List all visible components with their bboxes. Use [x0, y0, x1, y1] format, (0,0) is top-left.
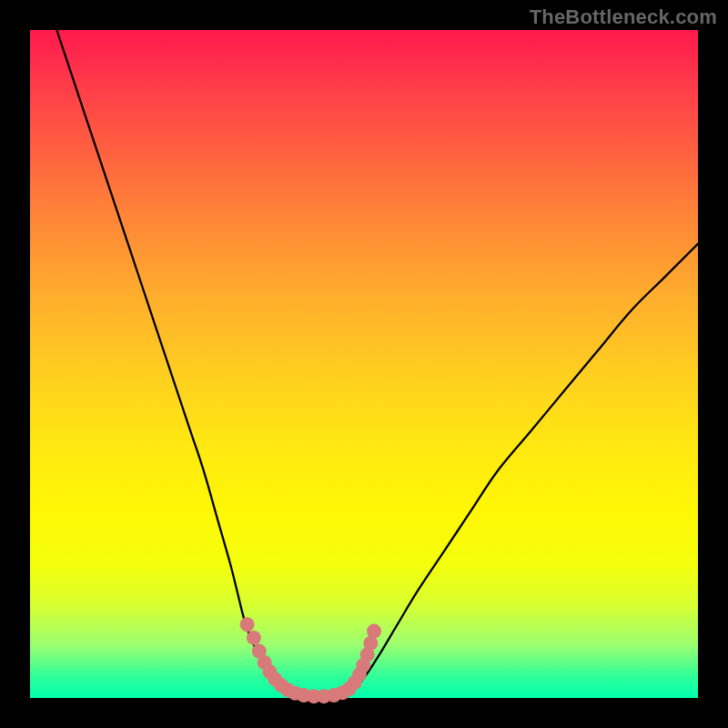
highlight-dot: [247, 631, 261, 645]
highlight-dot: [240, 617, 255, 632]
highlight-dots: [240, 617, 381, 703]
watermark-text: TheBottleneck.com: [530, 5, 717, 29]
highlight-dot: [367, 624, 381, 639]
plot-area: [30, 30, 698, 698]
bottleneck-curve: [30, 30, 698, 698]
chart-frame: TheBottleneck.com: [0, 0, 728, 728]
v-curve-line: [56, 30, 698, 697]
